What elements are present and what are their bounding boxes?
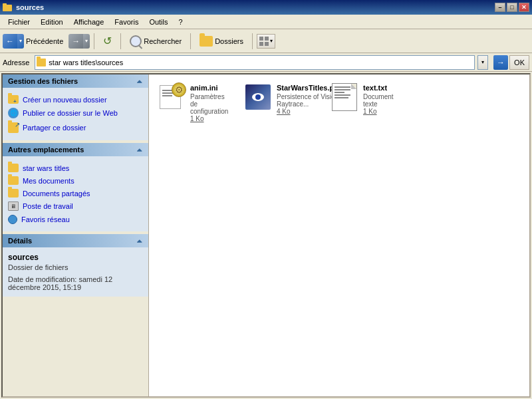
txt-size: 1 Ko [363, 108, 406, 115]
details-content: sources Dossier de fichiers Date de modi… [3, 247, 148, 297]
back-label: Précédente [26, 37, 63, 45]
autres-section: Autres emplacements ⏶ star wars titles M… [3, 143, 148, 231]
file-item-pov[interactable]: StarWarsTitles.pov Persistence of Vision… [242, 81, 322, 125]
address-input[interactable]: star wars titles\sources [35, 55, 475, 70]
anim-ini-desc: Paramètres de configuration [190, 93, 233, 115]
autres-header[interactable]: Autres emplacements ⏶ [3, 143, 148, 156]
menu-help[interactable]: ? [174, 17, 188, 27]
window-controls: – □ ✕ [495, 3, 529, 12]
anim-ini-name: anim.ini [190, 84, 233, 92]
file-area: ⚙ anim.ini Paramètres de configuration 1… [149, 74, 529, 396]
docs-partages-link[interactable]: Documents partagés [8, 187, 143, 200]
address-path: star wars titles\sources [49, 59, 123, 66]
toolbar: ← ▾ Précédente → ▾ ↺ Rechercher Dossiers… [0, 29, 532, 53]
autres-title: Autres emplacements [8, 146, 84, 154]
svg-rect-4 [259, 42, 263, 46]
menu-edition[interactable]: Edition [35, 17, 68, 27]
title-bar: sources – □ ✕ [0, 0, 532, 15]
txt-desc: Document texte [363, 93, 406, 108]
menu-bar: Fichier Edition Affichage Favoris Outils… [0, 15, 532, 29]
close-button[interactable]: ✕ [519, 3, 529, 12]
poste-travail-icon: 🖥 [8, 201, 19, 211]
autres-content: star wars titles Mes documents Documents… [3, 156, 148, 231]
gestion-header[interactable]: Gestion des fichiers ⏶ [3, 74, 148, 88]
address-go-button[interactable]: OK [509, 55, 529, 70]
mes-docs-icon [8, 176, 19, 185]
autres-collapse-icon: ⏶ [136, 146, 143, 154]
address-folder-icon [37, 59, 46, 66]
new-folder-link[interactable]: + Créer un nouveau dossier [8, 93, 143, 106]
back-button[interactable]: ← ▾ Précédente [3, 34, 63, 49]
pov-icon [245, 84, 271, 110]
separator-3 [190, 33, 191, 49]
menu-affichage[interactable]: Affichage [68, 17, 110, 27]
web-publish-label: Publier ce dossier sur le Web [23, 109, 118, 117]
anim-ini-size: 1 Ko [190, 115, 233, 122]
txt-name: text.txt [363, 84, 406, 92]
svg-rect-1 [3, 3, 7, 6]
menu-favoris[interactable]: Favoris [109, 17, 144, 27]
share-folder-link[interactable]: Partager ce dossier [8, 120, 143, 135]
view-icon [259, 37, 270, 46]
svg-rect-5 [265, 42, 269, 46]
refresh-icon: ↺ [103, 36, 112, 47]
folders-button[interactable]: Dossiers [195, 34, 248, 49]
docs-partages-icon [8, 189, 19, 198]
folders-icon [200, 36, 213, 47]
address-dropdown-button[interactable]: ▾ [477, 55, 488, 70]
refresh-button[interactable]: ↺ [98, 34, 116, 49]
minimize-button[interactable]: – [495, 3, 505, 12]
anim-ini-icon: ⚙ [158, 84, 185, 110]
separator-1 [94, 33, 94, 49]
details-collapse-icon: ⏶ [136, 237, 143, 245]
star-wars-link[interactable]: star wars titles [8, 162, 143, 174]
menu-fichier[interactable]: Fichier [3, 17, 35, 27]
details-date: Date de modification: samedi 12 décembre… [8, 275, 143, 291]
svg-rect-2 [259, 37, 263, 41]
gestion-section: Gestion des fichiers ⏶ + Créer un nouvea… [3, 74, 148, 140]
mes-docs-link[interactable]: Mes documents [8, 174, 143, 187]
window-title: sources [16, 3, 44, 11]
details-type: Dossier de fichiers [8, 263, 143, 271]
star-wars-folder-icon [8, 164, 19, 172]
details-name: sources [8, 253, 143, 262]
address-label: Adresse [3, 59, 29, 66]
web-publish-link[interactable]: 🌐 Publier ce dossier sur le Web [8, 106, 143, 120]
poste-travail-link[interactable]: 🖥 Poste de travail [8, 200, 143, 213]
forward-button[interactable]: → ▾ [68, 34, 90, 49]
details-header[interactable]: Détails ⏶ [3, 234, 148, 247]
docs-partages-label: Documents partagés [23, 190, 90, 198]
star-wars-label: star wars titles [23, 164, 69, 172]
details-section: Détails ⏶ sources Dossier de fichiers Da… [3, 234, 148, 297]
address-bar: Adresse star wars titles\sources ▾ → OK [0, 53, 532, 72]
gestion-title: Gestion des fichiers [8, 77, 78, 85]
search-icon [130, 35, 142, 47]
separator-2 [120, 33, 121, 49]
search-label: Rechercher [144, 37, 182, 45]
svg-rect-7 [8, 95, 12, 98]
maximize-button[interactable]: □ [507, 3, 517, 12]
left-panel: Gestion des fichiers ⏶ + Créer un nouvea… [3, 74, 149, 396]
txt-icon [331, 84, 358, 110]
separator-4 [252, 33, 253, 49]
favoris-reseau-label: Favoris réseau [21, 215, 70, 223]
svg-rect-3 [265, 37, 269, 41]
file-item-txt[interactable]: text.txt Document texte 1 Ko [329, 81, 408, 125]
file-item-anim-ini[interactable]: ⚙ anim.ini Paramètres de configuration 1… [156, 81, 235, 125]
web-publish-icon: 🌐 [8, 108, 19, 118]
window-icon [3, 2, 13, 13]
address-go-arrow[interactable]: → [493, 55, 508, 70]
share-folder-icon [8, 122, 19, 133]
svg-text:+: + [13, 98, 17, 104]
favoris-reseau-icon [8, 215, 17, 224]
new-folder-icon: + [8, 95, 19, 104]
menu-outils[interactable]: Outils [144, 17, 173, 27]
details-title: Détails [8, 237, 32, 245]
search-button[interactable]: Rechercher [125, 33, 186, 49]
folders-label: Dossiers [215, 37, 243, 45]
poste-travail-label: Poste de travail [23, 202, 73, 210]
view-button[interactable]: ▾ [257, 34, 275, 49]
favoris-reseau-link[interactable]: Favoris réseau [8, 213, 143, 226]
main-area: Gestion des fichiers ⏶ + Créer un nouvea… [1, 73, 531, 398]
gestion-content: + Créer un nouveau dossier 🌐 Publier ce … [3, 88, 148, 140]
